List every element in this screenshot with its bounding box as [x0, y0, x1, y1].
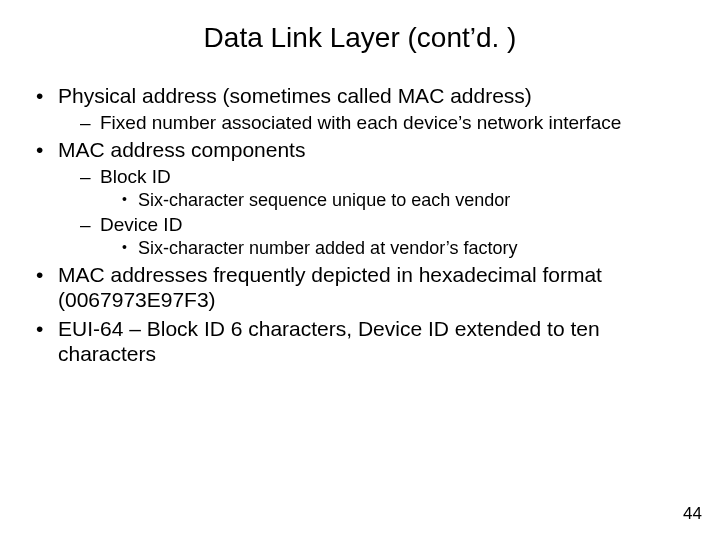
sub-item: Fixed number associated with each device… — [78, 112, 686, 134]
subsub-text: Six-character sequence unique to each ve… — [138, 190, 510, 210]
sub-text: Fixed number associated with each device… — [100, 112, 621, 133]
sub-list: Block ID Six-character sequence unique t… — [58, 166, 686, 259]
bullet-list: Physical address (sometimes called MAC a… — [34, 84, 686, 366]
bullet-item: EUI-64 – Block ID 6 characters, Device I… — [34, 317, 686, 367]
sub-list: Fixed number associated with each device… — [58, 112, 686, 134]
bullet-text: MAC address components — [58, 138, 305, 161]
bullet-text: MAC addresses frequently depicted in hex… — [58, 263, 602, 311]
bullet-text: Physical address (sometimes called MAC a… — [58, 84, 532, 107]
subsub-item: Six-character number added at vendor’s f… — [120, 238, 686, 259]
subsub-text: Six-character number added at vendor’s f… — [138, 238, 518, 258]
subsub-list: Six-character number added at vendor’s f… — [100, 238, 686, 259]
slide-title: Data Link Layer (cont’d. ) — [0, 0, 720, 72]
sub-item: Block ID Six-character sequence unique t… — [78, 166, 686, 212]
slide: Data Link Layer (cont’d. ) Physical addr… — [0, 0, 720, 540]
sub-item: Device ID Six-character number added at … — [78, 214, 686, 260]
sub-text: Device ID — [100, 214, 182, 235]
bullet-item: MAC addresses frequently depicted in hex… — [34, 263, 686, 313]
slide-body: Physical address (sometimes called MAC a… — [0, 72, 720, 366]
subsub-item: Six-character sequence unique to each ve… — [120, 190, 686, 211]
page-number: 44 — [683, 504, 702, 524]
subsub-list: Six-character sequence unique to each ve… — [100, 190, 686, 211]
bullet-item: MAC address components Block ID Six-char… — [34, 138, 686, 259]
bullet-item: Physical address (sometimes called MAC a… — [34, 84, 686, 134]
sub-text: Block ID — [100, 166, 171, 187]
bullet-text: EUI-64 – Block ID 6 characters, Device I… — [58, 317, 600, 365]
